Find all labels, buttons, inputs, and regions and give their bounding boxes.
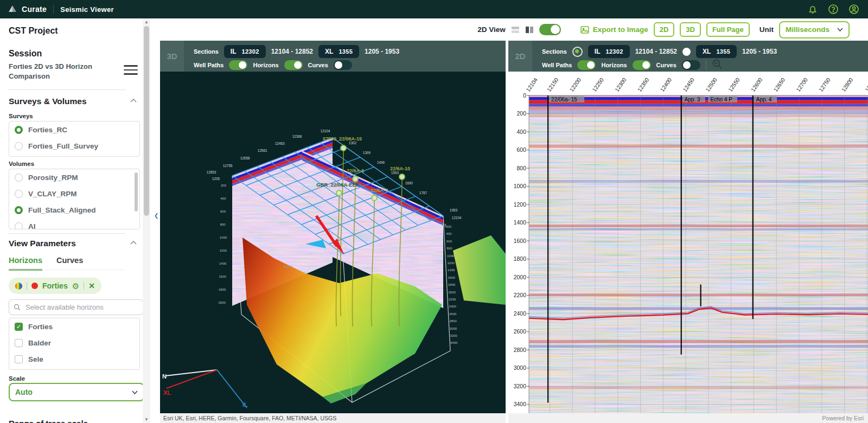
option-label: Forties_RC xyxy=(28,126,67,134)
session-menu-icon[interactable] xyxy=(124,65,138,75)
tabs-divider xyxy=(9,270,125,270)
svg-text:0: 0 xyxy=(523,92,526,99)
tab-curves[interactable]: Curves xyxy=(56,256,83,271)
app-header: Curate Seismic Viewer xyxy=(0,0,868,18)
curves-toggle[interactable] xyxy=(682,60,700,70)
well-paths-toggle[interactable] xyxy=(577,60,596,70)
search-input[interactable] xyxy=(24,303,130,312)
sidebar-scrollbar[interactable]: ▲ ▼ xyxy=(143,18,150,423)
user-account-icon[interactable] xyxy=(848,4,859,15)
svg-text:400: 400 xyxy=(516,129,526,135)
session-name[interactable]: Forties 2D vs 3D Horizon Comparison xyxy=(9,62,105,81)
inline-section-box[interactable]: IL12302 xyxy=(224,45,266,58)
svg-text:1400: 1400 xyxy=(448,268,455,272)
volumes-scrollbar[interactable] xyxy=(135,172,138,211)
notifications-bell-icon[interactable] xyxy=(807,4,818,15)
horizon-option[interactable]: Sele xyxy=(9,351,139,367)
chip-divider xyxy=(84,282,84,290)
sections-label: Sections xyxy=(542,48,567,55)
tab-horizons[interactable]: Horizons xyxy=(9,256,42,271)
columns-layout-icon[interactable] xyxy=(525,26,534,34)
seismic-2d-view[interactable]: 22/06a- 15App. 3Echo 4 PApp. 41210412150… xyxy=(508,72,868,413)
svg-text:1000: 1000 xyxy=(514,183,527,189)
horizon-settings-gear-icon[interactable]: ⚙ xyxy=(72,282,79,290)
svg-text:12366: 12366 xyxy=(292,134,302,138)
horizon-chip-close-icon[interactable]: ✕ xyxy=(88,281,95,290)
inline-selected-radio[interactable] xyxy=(682,48,691,56)
svg-text:1200: 1200 xyxy=(448,261,455,265)
session-title: Session xyxy=(9,49,42,59)
inline-range: 12104 - 12852 xyxy=(635,48,677,55)
chevron-down-icon xyxy=(837,28,843,31)
volume-option[interactable]: AI xyxy=(9,218,139,229)
svg-text:1302: 1302 xyxy=(349,141,357,145)
view-2d-button[interactable]: 2D xyxy=(654,22,675,37)
panel3d-toolbar: 3D Sections IL12302 12104 - 12852 XL1355… xyxy=(160,41,506,72)
divider xyxy=(9,89,125,90)
svg-text:2000: 2000 xyxy=(514,274,527,280)
horizon-option[interactable]: Balder xyxy=(9,335,139,351)
search-icon xyxy=(14,304,21,311)
inline-range: 12104 - 12852 xyxy=(271,48,313,55)
view-mode-toggle[interactable] xyxy=(539,24,561,35)
rows-layout-icon[interactable] xyxy=(511,26,520,34)
option-label: Balder xyxy=(28,339,51,347)
brand-name[interactable]: Curate xyxy=(22,5,47,14)
svg-text:2800: 2800 xyxy=(514,347,527,353)
app-title: Seismic Viewer xyxy=(60,5,114,14)
radio-icon xyxy=(15,126,23,134)
svg-text:2400: 2400 xyxy=(449,305,457,308)
full-page-button[interactable]: Full Page xyxy=(706,22,750,37)
svg-text:2600: 2600 xyxy=(514,328,527,335)
option-label: Full_Stack_Aligned xyxy=(28,206,96,214)
svg-text:1593: 1593 xyxy=(391,171,399,175)
survey-option[interactable]: Forties_Full_Survey xyxy=(9,138,139,154)
zoom-out-icon[interactable] xyxy=(712,59,723,72)
sidebar-collapse-icon[interactable]: ❮ xyxy=(154,213,158,219)
collapse-section-icon[interactable] xyxy=(130,95,137,105)
svg-text:Echo 4 P: Echo 4 P xyxy=(710,97,732,102)
horizons-toggle[interactable] xyxy=(633,60,651,70)
sidebar-scroll-thumb[interactable] xyxy=(144,26,149,216)
image-icon xyxy=(580,26,589,34)
scale-select[interactable]: Auto xyxy=(9,383,144,401)
survey-option[interactable]: Forties_RC xyxy=(9,121,139,138)
collapse-section-icon[interactable] xyxy=(130,238,137,247)
curate-logo-icon[interactable] xyxy=(8,5,17,14)
svg-text:3000: 3000 xyxy=(514,364,527,371)
svg-text:1000: 1000 xyxy=(447,254,455,258)
horizons-toggle[interactable] xyxy=(284,60,303,70)
svg-text:2000: 2000 xyxy=(219,301,226,304)
view-3d-button[interactable]: 3D xyxy=(680,22,701,37)
curves-toggle[interactable] xyxy=(334,60,352,70)
scroll-up-icon[interactable]: ▲ xyxy=(143,18,150,25)
volume-option[interactable]: Full_Stack_Aligned xyxy=(9,202,139,218)
crossline-section-box[interactable]: XL1355 xyxy=(318,45,359,58)
scene-3d-canvas[interactable]: 07560_22/06A-1522/6A-622/6A-10GBR_22/06A… xyxy=(160,72,506,413)
volume-option[interactable]: V_CLAY_RPM xyxy=(9,185,139,202)
svg-text:800: 800 xyxy=(447,247,453,250)
export-to-image-button[interactable]: Export to Image xyxy=(580,25,648,34)
panel2d-badge: 2D xyxy=(508,41,532,72)
inline-section-box[interactable]: IL12302 xyxy=(588,45,630,58)
svg-text:2400: 2400 xyxy=(514,310,527,317)
horizon-color-icon[interactable] xyxy=(31,283,38,289)
option-label: Porosity_RPM xyxy=(28,174,78,182)
help-icon[interactable] xyxy=(828,4,839,15)
colormap-icon[interactable] xyxy=(15,283,22,290)
view-toolbar: 2D View Export to Image 2D 3D Full Page … xyxy=(160,18,868,41)
svg-text:12463: 12463 xyxy=(275,142,285,145)
svg-text:N: N xyxy=(162,373,167,380)
option-label: Forties xyxy=(28,323,53,331)
unit-select[interactable]: Milliseconds xyxy=(779,21,850,39)
sections-radio[interactable] xyxy=(572,47,583,57)
well-paths-toggle[interactable] xyxy=(229,60,247,70)
svg-text:2600: 2600 xyxy=(449,312,457,316)
horizon-option[interactable]: ✓Forties xyxy=(9,318,139,335)
svg-text:600: 600 xyxy=(220,210,226,213)
crossline-section-box[interactable]: XL1355 xyxy=(696,45,737,58)
scroll-down-icon[interactable]: ▼ xyxy=(143,416,150,423)
svg-text:3200: 3200 xyxy=(450,334,458,337)
volume-option[interactable]: Porosity_RPM xyxy=(9,169,139,185)
checkbox-icon xyxy=(15,355,23,363)
